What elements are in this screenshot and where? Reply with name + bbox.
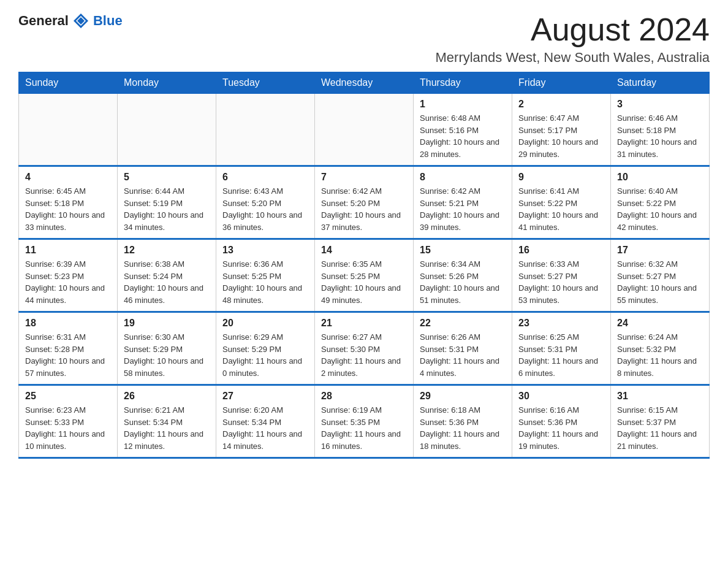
day-info: Sunrise: 6:38 AMSunset: 5:24 PMDaylight:… (124, 258, 210, 306)
day-number: 17 (617, 245, 703, 256)
day-info: Sunrise: 6:20 AMSunset: 5:34 PMDaylight:… (222, 404, 308, 452)
day-info: Sunrise: 6:24 AMSunset: 5:32 PMDaylight:… (617, 331, 703, 379)
title-block: August 2024 Merrylands West, New South W… (436, 12, 710, 66)
day-info: Sunrise: 6:44 AMSunset: 5:19 PMDaylight:… (124, 185, 210, 233)
header-day-friday: Friday (512, 72, 611, 94)
calendar-table: SundayMondayTuesdayWednesdayThursdayFrid… (18, 72, 710, 459)
calendar-cell: 27Sunrise: 6:20 AMSunset: 5:34 PMDayligh… (216, 385, 315, 458)
calendar-cell (216, 94, 315, 166)
logo-icon (72, 12, 89, 29)
calendar-header: SundayMondayTuesdayWednesdayThursdayFrid… (19, 72, 710, 94)
location-title: Merrylands West, New South Wales, Austra… (436, 50, 710, 66)
calendar-cell: 25Sunrise: 6:23 AMSunset: 5:33 PMDayligh… (19, 385, 118, 458)
day-info: Sunrise: 6:36 AMSunset: 5:25 PMDaylight:… (222, 258, 308, 306)
header-day-thursday: Thursday (414, 72, 512, 94)
calendar-week-5: 25Sunrise: 6:23 AMSunset: 5:33 PMDayligh… (19, 385, 710, 458)
day-number: 24 (617, 318, 703, 329)
day-info: Sunrise: 6:42 AMSunset: 5:20 PMDaylight:… (321, 185, 407, 233)
day-info: Sunrise: 6:41 AMSunset: 5:22 PMDaylight:… (518, 185, 604, 233)
calendar-week-3: 11Sunrise: 6:39 AMSunset: 5:23 PMDayligh… (19, 239, 710, 312)
calendar-cell: 15Sunrise: 6:34 AMSunset: 5:26 PMDayligh… (414, 239, 512, 312)
day-info: Sunrise: 6:27 AMSunset: 5:30 PMDaylight:… (321, 331, 407, 379)
day-number: 27 (222, 391, 308, 402)
calendar-cell: 29Sunrise: 6:18 AMSunset: 5:36 PMDayligh… (414, 385, 512, 458)
calendar-week-4: 18Sunrise: 6:31 AMSunset: 5:28 PMDayligh… (19, 312, 710, 385)
day-number: 11 (25, 245, 111, 256)
day-number: 23 (518, 318, 604, 329)
month-title: August 2024 (436, 12, 710, 47)
calendar-cell: 31Sunrise: 6:15 AMSunset: 5:37 PMDayligh… (611, 385, 710, 458)
day-number: 21 (321, 318, 407, 329)
calendar-cell: 12Sunrise: 6:38 AMSunset: 5:24 PMDayligh… (118, 239, 216, 312)
calendar-cell: 3Sunrise: 6:46 AMSunset: 5:18 PMDaylight… (611, 94, 710, 166)
day-number: 15 (420, 245, 506, 256)
day-number: 20 (222, 318, 308, 329)
day-info: Sunrise: 6:16 AMSunset: 5:36 PMDaylight:… (518, 404, 604, 452)
calendar-cell: 19Sunrise: 6:30 AMSunset: 5:29 PMDayligh… (118, 312, 216, 385)
day-number: 14 (321, 245, 407, 256)
day-info: Sunrise: 6:26 AMSunset: 5:31 PMDaylight:… (420, 331, 506, 379)
calendar-cell: 24Sunrise: 6:24 AMSunset: 5:32 PMDayligh… (611, 312, 710, 385)
calendar-cell: 28Sunrise: 6:19 AMSunset: 5:35 PMDayligh… (315, 385, 414, 458)
header-day-wednesday: Wednesday (315, 72, 414, 94)
day-info: Sunrise: 6:35 AMSunset: 5:25 PMDaylight:… (321, 258, 407, 306)
day-number: 6 (222, 172, 308, 183)
calendar-cell: 9Sunrise: 6:41 AMSunset: 5:22 PMDaylight… (512, 166, 611, 239)
calendar-cell: 30Sunrise: 6:16 AMSunset: 5:36 PMDayligh… (512, 385, 611, 458)
day-number: 22 (420, 318, 506, 329)
day-number: 9 (518, 172, 604, 183)
day-number: 1 (420, 99, 506, 110)
day-info: Sunrise: 6:18 AMSunset: 5:36 PMDaylight:… (420, 404, 506, 452)
calendar-body: 1Sunrise: 6:48 AMSunset: 5:16 PMDaylight… (19, 94, 710, 458)
day-number: 3 (617, 99, 703, 110)
calendar-cell: 22Sunrise: 6:26 AMSunset: 5:31 PMDayligh… (414, 312, 512, 385)
day-number: 31 (617, 391, 703, 402)
day-number: 8 (420, 172, 506, 183)
calendar-cell: 17Sunrise: 6:32 AMSunset: 5:27 PMDayligh… (611, 239, 710, 312)
day-number: 10 (617, 172, 703, 183)
day-info: Sunrise: 6:39 AMSunset: 5:23 PMDaylight:… (25, 258, 111, 306)
day-info: Sunrise: 6:40 AMSunset: 5:22 PMDaylight:… (617, 185, 703, 233)
calendar-cell: 7Sunrise: 6:42 AMSunset: 5:20 PMDaylight… (315, 166, 414, 239)
day-info: Sunrise: 6:21 AMSunset: 5:34 PMDaylight:… (124, 404, 210, 452)
day-number: 29 (420, 391, 506, 402)
header-day-sunday: Sunday (19, 72, 118, 94)
calendar-cell: 2Sunrise: 6:47 AMSunset: 5:17 PMDaylight… (512, 94, 611, 166)
calendar-cell: 26Sunrise: 6:21 AMSunset: 5:34 PMDayligh… (118, 385, 216, 458)
calendar-week-2: 4Sunrise: 6:45 AMSunset: 5:18 PMDaylight… (19, 166, 710, 239)
day-number: 7 (321, 172, 407, 183)
day-number: 18 (25, 318, 111, 329)
calendar-cell: 6Sunrise: 6:43 AMSunset: 5:20 PMDaylight… (216, 166, 315, 239)
calendar-cell: 8Sunrise: 6:42 AMSunset: 5:21 PMDaylight… (414, 166, 512, 239)
day-number: 25 (25, 391, 111, 402)
calendar-cell: 4Sunrise: 6:45 AMSunset: 5:18 PMDaylight… (19, 166, 118, 239)
page-header: General Blue August 2024 Merrylands West… (18, 12, 710, 66)
calendar-cell: 11Sunrise: 6:39 AMSunset: 5:23 PMDayligh… (19, 239, 118, 312)
calendar-cell: 5Sunrise: 6:44 AMSunset: 5:19 PMDaylight… (118, 166, 216, 239)
header-day-saturday: Saturday (611, 72, 710, 94)
day-number: 12 (124, 245, 210, 256)
day-info: Sunrise: 6:45 AMSunset: 5:18 PMDaylight:… (25, 185, 111, 233)
header-row: SundayMondayTuesdayWednesdayThursdayFrid… (19, 72, 710, 94)
logo: General Blue (18, 12, 123, 29)
day-info: Sunrise: 6:15 AMSunset: 5:37 PMDaylight:… (617, 404, 703, 452)
calendar-cell (19, 94, 118, 166)
calendar-cell: 23Sunrise: 6:25 AMSunset: 5:31 PMDayligh… (512, 312, 611, 385)
day-info: Sunrise: 6:33 AMSunset: 5:27 PMDaylight:… (518, 258, 604, 306)
calendar-cell: 14Sunrise: 6:35 AMSunset: 5:25 PMDayligh… (315, 239, 414, 312)
calendar-cell: 18Sunrise: 6:31 AMSunset: 5:28 PMDayligh… (19, 312, 118, 385)
day-number: 13 (222, 245, 308, 256)
day-info: Sunrise: 6:42 AMSunset: 5:21 PMDaylight:… (420, 185, 506, 233)
calendar-cell: 21Sunrise: 6:27 AMSunset: 5:30 PMDayligh… (315, 312, 414, 385)
header-day-monday: Monday (118, 72, 216, 94)
day-info: Sunrise: 6:43 AMSunset: 5:20 PMDaylight:… (222, 185, 308, 233)
calendar-cell (118, 94, 216, 166)
day-number: 4 (25, 172, 111, 183)
calendar-cell: 1Sunrise: 6:48 AMSunset: 5:16 PMDaylight… (414, 94, 512, 166)
day-info: Sunrise: 6:48 AMSunset: 5:16 PMDaylight:… (420, 112, 506, 160)
day-number: 5 (124, 172, 210, 183)
day-info: Sunrise: 6:29 AMSunset: 5:29 PMDaylight:… (222, 331, 308, 379)
day-info: Sunrise: 6:34 AMSunset: 5:26 PMDaylight:… (420, 258, 506, 306)
calendar-week-1: 1Sunrise: 6:48 AMSunset: 5:16 PMDaylight… (19, 94, 710, 166)
day-info: Sunrise: 6:47 AMSunset: 5:17 PMDaylight:… (518, 112, 604, 160)
